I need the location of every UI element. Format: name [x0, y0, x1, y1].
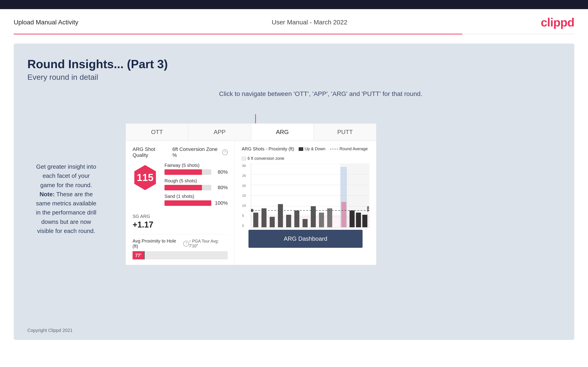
proximity-section: Avg Proximity to Hole (ft) ? ↑ PGA Tour …	[133, 234, 228, 259]
svg-rect-23	[362, 215, 367, 227]
svg-rect-18	[327, 208, 332, 227]
desc-line8: visible for each round.	[37, 227, 95, 234]
bar-row-rough: Rough (5 shots) 80%	[164, 178, 228, 191]
sg-section: SG ARG +1.17	[133, 214, 228, 230]
legend-round-avg: Round Average	[330, 147, 368, 151]
hex-number: 115	[137, 172, 153, 183]
upload-manual-label: Upload Manual Activity	[14, 19, 78, 26]
hexagon-container: 115	[133, 165, 158, 190]
header-divider	[14, 34, 574, 34]
bar-track-fairway	[164, 169, 211, 175]
bar-fill-sand	[164, 200, 211, 206]
chart-container: 30 25 20 15 10 5 0	[251, 164, 369, 227]
top-bar	[0, 0, 588, 9]
bar-container-fairway: 80%	[164, 169, 228, 175]
bar-track-rough	[164, 185, 211, 190]
desc-line1: Get greater insight into	[36, 163, 96, 170]
tab-app[interactable]: APP	[189, 124, 251, 141]
svg-rect-20	[341, 202, 346, 227]
proximity-bar-track: 77'	[133, 251, 228, 259]
svg-rect-15	[303, 219, 308, 227]
copyright: Copyright Clippd 2021	[27, 328, 73, 333]
logo: clippd	[541, 16, 574, 29]
sg-value: +1.17	[133, 220, 228, 230]
card-body: ARG Shot Quality 6ft Conversion Zone % ?…	[126, 141, 376, 265]
left-description: Get greater insight into each facet of y…	[27, 162, 105, 235]
bar-track-sand	[164, 200, 211, 206]
tab-bar: OTT APP ARG PUTT	[126, 124, 376, 141]
desc-line2: each facet of your	[43, 172, 90, 179]
proximity-left: Avg Proximity to Hole (ft) ?	[133, 238, 189, 249]
sg-label: SG ARG	[133, 214, 228, 219]
arg-dashboard-button[interactable]: ARG Dashboard	[249, 230, 363, 248]
svg-rect-17	[319, 213, 324, 227]
desc-line4: These are the	[55, 191, 93, 198]
proximity-info-icon[interactable]: ?	[183, 241, 189, 247]
bar-percent-rough: 80%	[214, 185, 228, 191]
legend-round-avg-label: Round Average	[339, 147, 368, 151]
proximity-cursor	[144, 251, 145, 259]
tab-arg[interactable]: ARG	[251, 124, 314, 141]
footer: Copyright Clippd 2021	[27, 328, 73, 333]
proximity-bar-container: 77'	[133, 251, 228, 259]
navigate-hint-text: Click to navigate between 'OTT', 'APP', …	[219, 90, 422, 97]
bar-fill-rough	[164, 185, 202, 190]
legend-square-dark	[299, 147, 303, 151]
proximity-label: Avg Proximity to Hole (ft)	[133, 238, 182, 249]
svg-rect-11	[270, 217, 275, 227]
desc-line3: game for the round.	[40, 182, 92, 189]
bar-container-sand: 100%	[164, 200, 228, 206]
legend-up-down: Up & Down	[299, 147, 325, 151]
proximity-header: Avg Proximity to Hole (ft) ? ↑ PGA Tour …	[133, 238, 228, 249]
svg-rect-16	[311, 206, 316, 227]
svg-rect-13	[286, 215, 291, 227]
bar-fill-fairway	[164, 169, 202, 175]
svg-rect-9	[253, 213, 258, 227]
page-subtitle: Every round in detail	[27, 73, 561, 82]
tab-ott[interactable]: OTT	[126, 124, 189, 141]
desc-note: Note:	[39, 191, 54, 198]
svg-rect-21	[350, 210, 355, 227]
conversion-label: 6ft Conversion Zone %	[172, 146, 218, 158]
panel-header: ARG Shot Quality 6ft Conversion Zone % ?	[133, 146, 228, 158]
desc-line6: in the performance drill	[36, 209, 96, 216]
svg-rect-12	[278, 204, 283, 227]
svg-rect-14	[294, 210, 299, 227]
pga-avg: ↑ PGA Tour Avg: 7'10"	[189, 239, 228, 249]
y-label-25: 25	[242, 174, 246, 178]
bar-label-fairway: Fairway (5 shots)	[164, 163, 228, 168]
info-icon[interactable]: ?	[222, 149, 228, 155]
y-label-5: 5	[242, 214, 246, 217]
navigate-hint: Click to navigate between 'OTT', 'APP', …	[219, 89, 422, 99]
svg-rect-22	[356, 213, 361, 227]
header: Upload Manual Activity User Manual - Mar…	[0, 9, 588, 34]
bars-section: Fairway (5 shots) 80% Rough (5 shots)	[164, 163, 228, 209]
y-axis: 30 25 20 15 10 5 0	[242, 164, 246, 227]
y-label-30: 30	[242, 164, 246, 167]
bar-label-rough: Rough (5 shots)	[164, 178, 228, 184]
y-label-0: 0	[242, 224, 246, 227]
tab-putt[interactable]: PUTT	[314, 124, 376, 141]
svg-rect-10	[261, 208, 267, 227]
left-panel: ARG Shot Quality 6ft Conversion Zone % ?…	[126, 141, 235, 265]
main-content: Round Insights... (Part 3) Every round i…	[14, 43, 574, 340]
bar-container-rough: 80%	[164, 185, 228, 191]
legend-up-down-label: Up & Down	[305, 147, 325, 151]
chart-title: ARG Shots - Proximity (ft)	[242, 146, 294, 152]
svg-text:8: 8	[367, 206, 369, 210]
legend-6ft-label: 6 ft conversion zone	[248, 156, 284, 161]
bar-row-fairway: Fairway (5 shots) 80%	[164, 163, 228, 175]
proximity-value: 77'	[133, 253, 144, 258]
chart-svg: 8	[251, 164, 369, 227]
hex-badge: 115	[133, 165, 158, 190]
desc-line5: same metrics available	[36, 200, 96, 207]
dashboard-card: OTT APP ARG PUTT ARG Shot Quality 6ft Co…	[125, 123, 376, 265]
quality-label: ARG Shot Quality	[133, 146, 168, 158]
page-title: Round Insights... (Part 3)	[27, 57, 561, 71]
legend-6ft: 6 ft conversion zone	[242, 156, 284, 161]
hex-area: 115 Fairway (5 shots) 80%	[133, 163, 228, 209]
chart-header: ARG Shots - Proximity (ft) Up & Down Rou…	[242, 146, 369, 161]
right-panel: ARG Shots - Proximity (ft) Up & Down Rou…	[235, 141, 376, 265]
proximity-bar-fill: 77'	[133, 251, 144, 259]
bar-percent-fairway: 80%	[214, 169, 228, 175]
